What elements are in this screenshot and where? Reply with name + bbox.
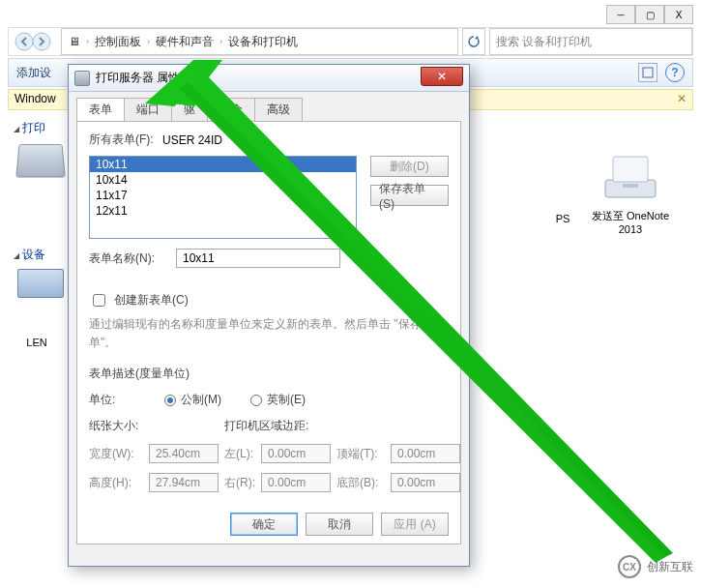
tab-advanced[interactable]: 高级	[254, 98, 303, 121]
width-label: 宽度(W):	[89, 446, 143, 462]
breadcrumb[interactable]: 🖥 › 控制面板 › 硬件和声音 › 设备和打印机	[61, 28, 458, 55]
tab-body: 所有表单(F): USER 24ID 10x11 10x14 11x17 12x…	[76, 121, 461, 544]
height-input[interactable]	[149, 473, 219, 492]
section-title: 表单描述(度量单位)	[89, 366, 449, 382]
right-label: 右(R):	[224, 475, 255, 491]
delete-button[interactable]: 删除(D)	[370, 156, 449, 177]
radio-label: 公制(M)	[181, 392, 221, 408]
margin-heading: 打印机区域边距:	[224, 418, 460, 434]
laptop-icon	[17, 269, 64, 298]
bottom-label: 底部(B):	[336, 475, 385, 491]
checkbox-label: 创建新表单(C)	[114, 292, 189, 309]
dialog-title: 打印服务器 属性	[96, 70, 180, 86]
list-item[interactable]: 10x14	[90, 172, 356, 188]
unit-imperial-radio[interactable]: 英制(E)	[250, 392, 306, 408]
radio-dot-icon	[164, 395, 176, 406]
category-devices[interactable]: 设备	[14, 247, 66, 263]
watermark: CX 创新互联	[618, 555, 693, 578]
computer-icon: 🖥	[69, 35, 80, 48]
help-icon[interactable]: ?	[665, 63, 685, 82]
crumb-control-panel[interactable]: 控制面板	[95, 34, 141, 50]
info-text: Window	[15, 92, 56, 105]
top-input[interactable]	[391, 444, 460, 463]
scanner-icon	[15, 144, 66, 177]
svg-rect-2	[643, 68, 653, 77]
all-forms-value: USER 24ID	[162, 133, 222, 147]
form-name-input[interactable]	[176, 249, 340, 268]
device-label: 2013	[587, 223, 674, 235]
device-label: 发送至 OneNote	[587, 209, 674, 223]
checkbox-input[interactable]	[93, 294, 105, 307]
svg-rect-4	[613, 157, 648, 182]
apply-button[interactable]: 应用 (A)	[381, 513, 449, 536]
left-label: 左(L):	[224, 446, 255, 462]
description-text: 通过编辑现有的名称和度量单位来定义新的表单。然后单击 "保存表单"。	[89, 315, 449, 352]
device-ps: PS	[548, 213, 577, 224]
form-name-label: 表单名称(N):	[89, 250, 176, 267]
list-item[interactable]: 11x17	[90, 188, 356, 203]
left-input[interactable]	[261, 444, 331, 463]
minimize-button[interactable]: ─	[606, 5, 635, 24]
tab-drivers[interactable]: 驱	[171, 98, 208, 121]
crumb-hardware-sound[interactable]: 硬件和声音	[156, 34, 214, 50]
tab-forms[interactable]: 表单	[76, 98, 125, 121]
device-label: PS	[548, 213, 577, 224]
cancel-button[interactable]: 取消	[306, 513, 373, 536]
dialog-titlebar[interactable]: 打印服务器 属性 ✕	[69, 65, 469, 92]
dialog-close-button[interactable]: ✕	[421, 67, 463, 86]
list-item[interactable]: 10x11	[90, 157, 356, 172]
tab-row: 表单 端口 驱 安全 高级	[69, 92, 469, 121]
unit-label: 单位:	[89, 392, 135, 408]
print-server-properties-dialog: 打印服务器 属性 ✕ 表单 端口 驱 安全 高级 所有表单(F): USER 2…	[68, 64, 470, 567]
ok-button[interactable]: 确定	[230, 513, 298, 536]
unit-metric-radio[interactable]: 公制(M)	[164, 392, 221, 408]
save-form-button[interactable]: 保存表单(S)	[370, 185, 449, 206]
tab-security[interactable]: 安全	[207, 98, 255, 121]
height-label: 高度(H):	[89, 475, 143, 491]
category-panel: 打印 设备 LEN	[8, 112, 66, 549]
category-printers[interactable]: 打印	[14, 120, 66, 136]
search-input[interactable]: 搜索 设备和打印机	[489, 28, 692, 55]
watermark-logo-icon: CX	[618, 555, 641, 578]
bottom-input[interactable]	[391, 473, 460, 492]
info-close-icon[interactable]: ✕	[677, 92, 686, 105]
window-close-button[interactable]: X	[664, 5, 693, 24]
toolbar-add-device[interactable]: 添加设	[16, 65, 51, 81]
view-icon[interactable]	[638, 63, 657, 82]
refresh-button[interactable]	[462, 28, 485, 55]
svg-point-1	[33, 33, 50, 50]
all-forms-label: 所有表单(F):	[89, 132, 162, 148]
top-label: 顶端(T):	[336, 446, 385, 462]
chevron-right-icon: ›	[86, 37, 89, 46]
right-input[interactable]	[261, 473, 331, 492]
list-item[interactable]: 12x11	[90, 203, 356, 219]
paper-size-heading: 纸张大小:	[89, 418, 143, 434]
width-input[interactable]	[149, 444, 219, 463]
svg-rect-3	[605, 180, 656, 197]
nav-back-forward[interactable]	[9, 28, 57, 55]
svg-rect-5	[623, 184, 638, 188]
svg-point-0	[15, 33, 33, 50]
chevron-right-icon: ›	[219, 37, 222, 46]
maximize-button[interactable]: ▢	[635, 5, 664, 24]
radio-dot-icon	[250, 395, 262, 406]
device-label: LEN	[8, 337, 66, 348]
create-new-form-checkbox[interactable]: 创建新表单(C)	[89, 291, 449, 309]
printer-icon	[74, 71, 90, 86]
watermark-text: 创新互联	[647, 559, 693, 575]
crumb-devices-printers[interactable]: 设备和打印机	[228, 34, 298, 50]
forms-listbox[interactable]: 10x11 10x14 11x17 12x11	[89, 156, 357, 239]
tab-ports[interactable]: 端口	[124, 98, 172, 121]
chevron-right-icon: ›	[147, 37, 150, 46]
radio-label: 英制(E)	[267, 392, 306, 408]
nav-bar: 🖥 › 控制面板 › 硬件和声音 › 设备和打印机 搜索 设备和打印机	[8, 27, 693, 56]
device-onenote[interactable]: 发送至 OneNote 2013	[587, 151, 674, 235]
